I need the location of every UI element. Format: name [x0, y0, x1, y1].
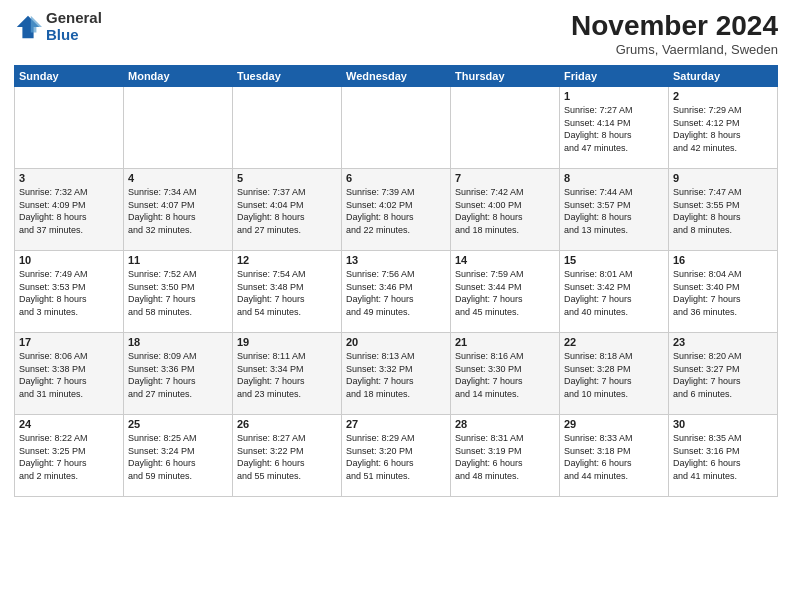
logo-icon	[14, 13, 42, 41]
day-number: 16	[673, 254, 773, 266]
day-number: 14	[455, 254, 555, 266]
svg-marker-1	[31, 15, 42, 32]
calendar-cell: 27Sunrise: 8:29 AM Sunset: 3:20 PM Dayli…	[342, 415, 451, 497]
week-row-4: 17Sunrise: 8:06 AM Sunset: 3:38 PM Dayli…	[15, 333, 778, 415]
calendar-table: Sunday Monday Tuesday Wednesday Thursday…	[14, 65, 778, 497]
header-sunday: Sunday	[15, 66, 124, 87]
day-number: 15	[564, 254, 664, 266]
day-number: 1	[564, 90, 664, 102]
week-row-1: 1Sunrise: 7:27 AM Sunset: 4:14 PM Daylig…	[15, 87, 778, 169]
day-number: 19	[237, 336, 337, 348]
day-info: Sunrise: 7:52 AM Sunset: 3:50 PM Dayligh…	[128, 268, 228, 318]
day-info: Sunrise: 7:32 AM Sunset: 4:09 PM Dayligh…	[19, 186, 119, 236]
calendar-cell	[124, 87, 233, 169]
calendar-cell: 25Sunrise: 8:25 AM Sunset: 3:24 PM Dayli…	[124, 415, 233, 497]
day-number: 2	[673, 90, 773, 102]
day-info: Sunrise: 8:18 AM Sunset: 3:28 PM Dayligh…	[564, 350, 664, 400]
day-number: 11	[128, 254, 228, 266]
calendar-cell: 26Sunrise: 8:27 AM Sunset: 3:22 PM Dayli…	[233, 415, 342, 497]
day-number: 13	[346, 254, 446, 266]
calendar-cell: 30Sunrise: 8:35 AM Sunset: 3:16 PM Dayli…	[669, 415, 778, 497]
header-monday: Monday	[124, 66, 233, 87]
calendar-cell: 13Sunrise: 7:56 AM Sunset: 3:46 PM Dayli…	[342, 251, 451, 333]
calendar-cell: 24Sunrise: 8:22 AM Sunset: 3:25 PM Dayli…	[15, 415, 124, 497]
day-number: 28	[455, 418, 555, 430]
calendar-cell	[451, 87, 560, 169]
day-number: 10	[19, 254, 119, 266]
calendar-cell: 12Sunrise: 7:54 AM Sunset: 3:48 PM Dayli…	[233, 251, 342, 333]
calendar-cell: 18Sunrise: 8:09 AM Sunset: 3:36 PM Dayli…	[124, 333, 233, 415]
calendar-cell: 2Sunrise: 7:29 AM Sunset: 4:12 PM Daylig…	[669, 87, 778, 169]
weekday-header-row: Sunday Monday Tuesday Wednesday Thursday…	[15, 66, 778, 87]
calendar-cell	[233, 87, 342, 169]
day-info: Sunrise: 8:29 AM Sunset: 3:20 PM Dayligh…	[346, 432, 446, 482]
day-info: Sunrise: 8:25 AM Sunset: 3:24 PM Dayligh…	[128, 432, 228, 482]
day-info: Sunrise: 8:04 AM Sunset: 3:40 PM Dayligh…	[673, 268, 773, 318]
day-info: Sunrise: 7:39 AM Sunset: 4:02 PM Dayligh…	[346, 186, 446, 236]
day-info: Sunrise: 7:34 AM Sunset: 4:07 PM Dayligh…	[128, 186, 228, 236]
day-info: Sunrise: 8:20 AM Sunset: 3:27 PM Dayligh…	[673, 350, 773, 400]
day-info: Sunrise: 8:27 AM Sunset: 3:22 PM Dayligh…	[237, 432, 337, 482]
header-friday: Friday	[560, 66, 669, 87]
calendar-cell: 3Sunrise: 7:32 AM Sunset: 4:09 PM Daylig…	[15, 169, 124, 251]
calendar-cell: 1Sunrise: 7:27 AM Sunset: 4:14 PM Daylig…	[560, 87, 669, 169]
day-info: Sunrise: 7:56 AM Sunset: 3:46 PM Dayligh…	[346, 268, 446, 318]
calendar-cell: 29Sunrise: 8:33 AM Sunset: 3:18 PM Dayli…	[560, 415, 669, 497]
day-number: 18	[128, 336, 228, 348]
day-number: 17	[19, 336, 119, 348]
week-row-5: 24Sunrise: 8:22 AM Sunset: 3:25 PM Dayli…	[15, 415, 778, 497]
day-info: Sunrise: 7:27 AM Sunset: 4:14 PM Dayligh…	[564, 104, 664, 154]
day-number: 29	[564, 418, 664, 430]
header-saturday: Saturday	[669, 66, 778, 87]
day-number: 25	[128, 418, 228, 430]
calendar-cell: 20Sunrise: 8:13 AM Sunset: 3:32 PM Dayli…	[342, 333, 451, 415]
calendar-cell	[342, 87, 451, 169]
calendar-cell: 28Sunrise: 8:31 AM Sunset: 3:19 PM Dayli…	[451, 415, 560, 497]
title-block: November 2024 Grums, Vaermland, Sweden	[571, 10, 778, 57]
calendar-cell: 15Sunrise: 8:01 AM Sunset: 3:42 PM Dayli…	[560, 251, 669, 333]
day-number: 22	[564, 336, 664, 348]
day-info: Sunrise: 7:44 AM Sunset: 3:57 PM Dayligh…	[564, 186, 664, 236]
day-number: 5	[237, 172, 337, 184]
logo: General Blue	[14, 10, 102, 43]
day-number: 26	[237, 418, 337, 430]
logo-text: General Blue	[46, 10, 102, 43]
calendar-cell: 10Sunrise: 7:49 AM Sunset: 3:53 PM Dayli…	[15, 251, 124, 333]
calendar-cell: 23Sunrise: 8:20 AM Sunset: 3:27 PM Dayli…	[669, 333, 778, 415]
day-info: Sunrise: 8:33 AM Sunset: 3:18 PM Dayligh…	[564, 432, 664, 482]
day-number: 8	[564, 172, 664, 184]
day-number: 9	[673, 172, 773, 184]
day-info: Sunrise: 8:06 AM Sunset: 3:38 PM Dayligh…	[19, 350, 119, 400]
day-number: 3	[19, 172, 119, 184]
day-number: 7	[455, 172, 555, 184]
logo-general: General	[46, 10, 102, 27]
page: General Blue November 2024 Grums, Vaerml…	[0, 0, 792, 612]
header-tuesday: Tuesday	[233, 66, 342, 87]
day-number: 30	[673, 418, 773, 430]
calendar-cell: 14Sunrise: 7:59 AM Sunset: 3:44 PM Dayli…	[451, 251, 560, 333]
day-info: Sunrise: 8:13 AM Sunset: 3:32 PM Dayligh…	[346, 350, 446, 400]
week-row-2: 3Sunrise: 7:32 AM Sunset: 4:09 PM Daylig…	[15, 169, 778, 251]
calendar-cell: 6Sunrise: 7:39 AM Sunset: 4:02 PM Daylig…	[342, 169, 451, 251]
calendar-title: November 2024	[571, 10, 778, 42]
day-info: Sunrise: 8:22 AM Sunset: 3:25 PM Dayligh…	[19, 432, 119, 482]
day-info: Sunrise: 8:35 AM Sunset: 3:16 PM Dayligh…	[673, 432, 773, 482]
logo-blue: Blue	[46, 27, 102, 44]
calendar-cell: 16Sunrise: 8:04 AM Sunset: 3:40 PM Dayli…	[669, 251, 778, 333]
day-info: Sunrise: 7:37 AM Sunset: 4:04 PM Dayligh…	[237, 186, 337, 236]
day-number: 21	[455, 336, 555, 348]
day-info: Sunrise: 7:29 AM Sunset: 4:12 PM Dayligh…	[673, 104, 773, 154]
calendar-cell: 4Sunrise: 7:34 AM Sunset: 4:07 PM Daylig…	[124, 169, 233, 251]
day-number: 20	[346, 336, 446, 348]
calendar-cell: 5Sunrise: 7:37 AM Sunset: 4:04 PM Daylig…	[233, 169, 342, 251]
calendar-cell: 8Sunrise: 7:44 AM Sunset: 3:57 PM Daylig…	[560, 169, 669, 251]
day-info: Sunrise: 8:31 AM Sunset: 3:19 PM Dayligh…	[455, 432, 555, 482]
header-thursday: Thursday	[451, 66, 560, 87]
day-info: Sunrise: 7:54 AM Sunset: 3:48 PM Dayligh…	[237, 268, 337, 318]
day-info: Sunrise: 7:59 AM Sunset: 3:44 PM Dayligh…	[455, 268, 555, 318]
day-info: Sunrise: 8:11 AM Sunset: 3:34 PM Dayligh…	[237, 350, 337, 400]
day-info: Sunrise: 8:09 AM Sunset: 3:36 PM Dayligh…	[128, 350, 228, 400]
calendar-cell: 17Sunrise: 8:06 AM Sunset: 3:38 PM Dayli…	[15, 333, 124, 415]
header: General Blue November 2024 Grums, Vaerml…	[14, 10, 778, 57]
calendar-subtitle: Grums, Vaermland, Sweden	[571, 42, 778, 57]
